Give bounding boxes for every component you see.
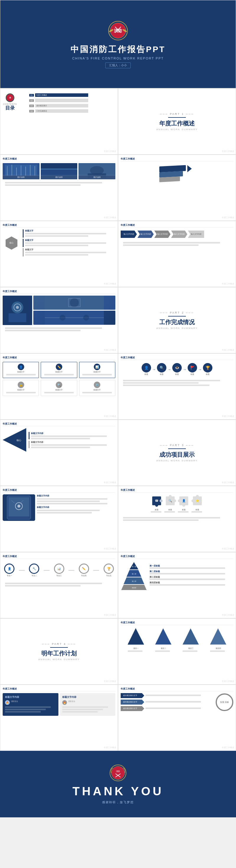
svg-point-61 — [191, 499, 194, 502]
puzzle-1: ☎ 标题 — [151, 495, 162, 514]
slide-contents: 消 CONTENTS 目录 01 年度工作概述 02 03 — [0, 88, 118, 155]
slide-arrow-steps: 年度工作概述 输入文字内容 输入文字内容 输入文字内容 输入文字内容 输入文字内… — [118, 221, 236, 287]
fc-item-2: 成功项目展示文字 — [121, 700, 213, 705]
text-line-2 — [5, 184, 81, 186]
fc-item-1: 成功项目展示文字 — [121, 693, 213, 698]
info-box-2-text — [25, 242, 106, 244]
info-box-1-text2 — [25, 235, 88, 237]
pentagon-svg: 核心 — [3, 428, 26, 452]
num-badge-4: 04 — [29, 110, 34, 113]
contents-item-2: 02 — [29, 99, 115, 102]
flow-node-1: 👤 节点一 — [4, 563, 15, 577]
tablet-image — [3, 494, 35, 521]
flow-node-3: 📊 节点三 — [54, 563, 64, 577]
proc-2: 🔍 标题 — [157, 363, 166, 376]
tri-1: 项目一 — [128, 628, 144, 653]
part2-label: ─── PART 2 ─── — [156, 311, 198, 314]
pentagon-shape: 核心 — [3, 428, 26, 453]
fc-text-1 — [146, 694, 201, 696]
flow-circles-row: 👤 节点一 🔧 节点二 📊 节点三 ✏️ 节点四 — [3, 561, 115, 580]
text-block — [3, 326, 115, 333]
info-box-1-text — [25, 233, 106, 235]
flow-circle-5: 🏆 — [104, 563, 114, 574]
btl3 — [5, 711, 41, 713]
pentagon-content: 核心 标题文字内容 标题文字内容 — [3, 428, 115, 453]
gray-icon-1: 🔥 — [62, 700, 67, 705]
puzzle-svg-4: ⭐ — [191, 495, 203, 507]
text-block — [121, 241, 233, 248]
svg-text:🔍: 🔍 — [168, 499, 172, 503]
contents-item-3: 03 成功项目展示 — [29, 104, 115, 107]
part4-title: 明年工作计划 — [38, 650, 80, 657]
icon-3-label: 标题文字 — [94, 371, 101, 373]
slide-photo-collage: 年度工作概述 — [0, 287, 118, 353]
svg-point-35 — [59, 315, 65, 321]
part1-title: 年度工作概述 — [156, 120, 198, 127]
flow-node-5: 🏆 节点五 — [104, 563, 114, 577]
tt3 — [37, 503, 107, 504]
ftl1 — [5, 583, 102, 584]
svg-rect-24 — [88, 174, 106, 178]
ptl1 — [123, 517, 220, 519]
photo-2: 图片说明 — [41, 163, 78, 179]
step-1: 输入文字内容 — [121, 230, 137, 238]
tablet-title: 标题文字内容 — [37, 494, 115, 497]
pyramid-content: 第一层 第二层 第三层 第四层 第一层标题 — [121, 561, 233, 590]
photo-1-label: 图片说明 — [3, 176, 40, 179]
part4-content: ─── PART 4 ─── 明年工作计划 ANNUAL WORK SUMMAR… — [38, 643, 80, 661]
proc-icon-4: 🚩 — [188, 363, 197, 372]
collage-photo-r1 — [33, 296, 115, 310]
step-2: 输入文字内容 — [137, 230, 154, 238]
puzzle-2: 🔍 标题 — [164, 495, 176, 514]
flowchart-header: 年度工作概述 — [121, 687, 233, 691]
badge-icon: 消防 — [108, 20, 128, 41]
puzzle-svg-3: 👤 — [178, 495, 190, 507]
tri-text-2 — [155, 650, 170, 652]
connector-2 — [44, 570, 50, 570]
icon-5-label: 标题文字 — [55, 389, 62, 391]
slide-tablet: 年度工作概述 — [0, 486, 118, 552]
svg-point-49 — [160, 499, 162, 502]
arrow-4: → — [198, 368, 202, 372]
flow-circle-4: ✏️ — [79, 563, 89, 574]
tri-text-4 — [210, 650, 225, 652]
contents-items: 01 年度工作概述 02 03 成功项目展示 04 — [29, 93, 115, 113]
part2-title-en: ANNUAL WORK SUMMARY — [156, 327, 198, 330]
slide-hexagon: 年度工作概述 核心 标题文字 标题文字 — [0, 221, 118, 287]
flowchart-content: 成功项目展示文字 成功项目展示文字 成功项目展示文字 实现 目标 — [121, 693, 233, 711]
flow-circle-3: 📊 — [54, 563, 64, 574]
btl2 — [5, 709, 46, 710]
pentagon-header: 年度工作概述 — [3, 422, 115, 426]
pyr-t2: 第二层标题 — [150, 570, 233, 573]
row-10: ─── PART 4 ─── 明年工作计划 ANNUAL WORK SUMMAR… — [0, 618, 236, 685]
connector-4 — [93, 570, 99, 570]
pent-text-4 — [31, 447, 90, 448]
tl2 — [5, 330, 81, 331]
icon-2-text — [44, 374, 74, 375]
flow-header: 年度工作概述 — [3, 555, 115, 559]
icon-6-text — [82, 392, 112, 393]
thankyou-text: THANK YOU — [72, 785, 163, 798]
row-8: 年度工作概述 — [0, 486, 236, 552]
part1-content: ─── PART 1 ─── 年度工作概述 ANNUAL WORK SUMMAR… — [156, 113, 198, 131]
pyramid-text: 第一层标题 第二层标题 第三层标题 第四层标题 — [150, 564, 233, 587]
step-3: 输入文字内容 — [154, 230, 171, 238]
part4-label: ─── PART 4 ─── — [38, 643, 80, 645]
contents-item-1: 01 年度工作概述 — [29, 93, 115, 97]
slide-tri-photos: 年度工作概述 项目一 — [118, 618, 236, 685]
gray-col-icons: 🔥 消防安全 — [62, 700, 113, 705]
gray-col-title: 标题文字内容 — [62, 695, 113, 699]
tri-label-1: 项目一 — [128, 647, 144, 650]
pyr-item-2: 第二层标题 — [150, 570, 233, 575]
icon-item-4: 🔒 标题文字 — [3, 380, 39, 396]
info-box-3-text2 — [25, 254, 88, 255]
pent-text-2 — [31, 438, 90, 439]
photo-3-label: 图片说明 — [78, 176, 115, 179]
gtl2 — [62, 709, 103, 710]
flowchart-items: 成功项目展示文字 成功项目展示文字 成功项目展示文字 — [121, 693, 213, 711]
flow-node-2: 🔧 节点二 — [29, 563, 39, 577]
collage-photos-right — [33, 296, 115, 325]
part4-title-en: ANNUAL WORK SUMMARY — [38, 658, 80, 661]
part3-title-en: ANNUAL WORK SUMMARY — [156, 459, 198, 462]
text-block — [121, 516, 233, 523]
